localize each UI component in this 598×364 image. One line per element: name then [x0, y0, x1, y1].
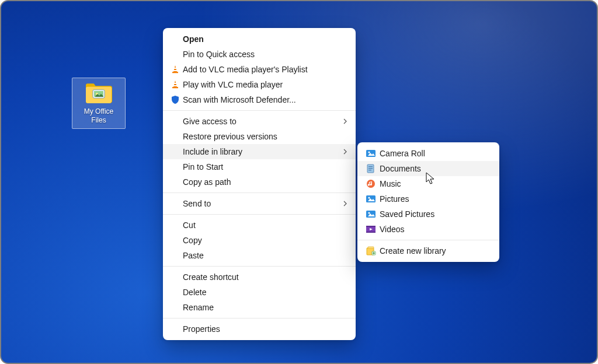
menu-separator — [163, 318, 356, 318]
menu-item-label: Add to VLC media player's Playlist — [182, 65, 347, 74]
menu-separator — [163, 266, 356, 267]
menu-item-label: Delete — [182, 288, 347, 297]
svg-rect-4 — [173, 70, 177, 71]
videos-library-icon — [363, 224, 378, 235]
menu-item-label: Include in library — [182, 147, 339, 156]
menu-item-pin-quick-access[interactable]: Pin to Quick access — [163, 47, 356, 62]
submenu-item-create-new-library[interactable]: Create new library — [357, 243, 499, 258]
submenu-item-label: Saved Pictures — [378, 209, 490, 219]
menu-item-label: Scan with Microsoft Defender... — [182, 95, 347, 104]
submenu-item-music[interactable]: Music — [357, 176, 499, 191]
menu-item-label: Pin to Quick access — [182, 50, 347, 59]
pictures-library-icon — [363, 148, 378, 159]
svg-rect-5 — [172, 72, 178, 73]
svg-point-22 — [368, 212, 370, 214]
submenu-item-videos[interactable]: Videos — [357, 222, 499, 237]
pictures-library-icon — [363, 209, 378, 219]
music-library-icon — [363, 178, 378, 189]
svg-rect-15 — [368, 170, 371, 170]
menu-item-cut[interactable]: Cut — [163, 218, 356, 233]
submenu-item-camera-roll[interactable]: Camera Roll — [357, 146, 499, 161]
menu-item-properties[interactable]: Properties — [163, 321, 356, 337]
menu-item-label: Cut — [182, 220, 347, 230]
menu-item-label: Play with VLC media player — [182, 80, 347, 89]
desktop-icon-my-office-files[interactable]: My Office Files — [71, 78, 126, 129]
pictures-library-icon — [363, 194, 378, 204]
shield-icon — [169, 95, 182, 104]
menu-item-vlc-add-playlist[interactable]: Add to VLC media player's Playlist — [163, 62, 356, 77]
menu-item-copy[interactable]: Copy — [163, 233, 356, 248]
submenu-item-label: Videos — [378, 225, 490, 234]
submenu-item-label: Create new library — [378, 246, 490, 256]
menu-separator — [163, 192, 356, 193]
svg-rect-28 — [368, 247, 374, 249]
menu-item-label: Copy — [182, 236, 347, 245]
menu-item-label: Create shortcut — [182, 272, 347, 282]
submenu-item-label: Music — [378, 179, 490, 188]
menu-item-label: Restore previous versions — [182, 132, 347, 141]
desktop-icon-label: My Office Files — [75, 107, 123, 125]
menu-item-pin-to-start[interactable]: Pin to Start — [163, 159, 356, 174]
new-library-icon — [363, 246, 378, 256]
menu-item-delete[interactable]: Delete — [163, 285, 356, 300]
menu-item-defender-scan[interactable]: Scan with Microsoft Defender... — [163, 92, 356, 107]
menu-separator — [163, 214, 356, 215]
svg-rect-14 — [368, 168, 373, 169]
menu-item-rename[interactable]: Rename — [163, 300, 356, 315]
menu-item-paste[interactable]: Paste — [163, 248, 356, 263]
context-menu: Open Pin to Quick access Add to VLC medi… — [163, 28, 356, 340]
menu-item-label: Properties — [182, 324, 347, 334]
submenu-item-label: Camera Roll — [378, 149, 490, 158]
svg-rect-6 — [173, 83, 177, 84]
menu-separator — [357, 240, 499, 240]
menu-item-label: Open — [182, 34, 347, 44]
submenu-arrow-icon — [339, 201, 347, 206]
vlc-cone-icon — [169, 65, 182, 74]
svg-point-19 — [368, 197, 370, 199]
menu-item-label: Give access to — [182, 117, 339, 126]
submenu-arrow-icon — [339, 118, 347, 124]
menu-item-label: Pin to Start — [182, 162, 347, 172]
svg-rect-13 — [368, 166, 373, 167]
desktop-background: My Office Files Open Pin to Quick access… — [0, 0, 598, 364]
svg-rect-25 — [366, 232, 376, 233]
menu-item-label: Send to — [182, 199, 339, 208]
svg-point-11 — [368, 152, 370, 153]
menu-item-label: Paste — [182, 251, 347, 260]
submenu-item-documents[interactable]: Documents — [357, 161, 499, 176]
svg-rect-24 — [366, 226, 376, 227]
svg-rect-7 — [173, 85, 177, 86]
menu-item-open[interactable]: Open — [163, 32, 356, 47]
submenu-item-saved-pictures[interactable]: Saved Pictures — [357, 206, 499, 222]
svg-rect-8 — [172, 87, 178, 88]
include-in-library-submenu: Camera Roll Documents Music — [357, 142, 499, 262]
menu-item-restore-previous-versions[interactable]: Restore previous versions — [163, 129, 356, 144]
menu-item-copy-as-path[interactable]: Copy as path — [163, 174, 356, 190]
documents-library-icon — [363, 163, 378, 174]
submenu-item-pictures[interactable]: Pictures — [357, 191, 499, 206]
svg-rect-3 — [173, 68, 177, 69]
menu-item-give-access-to[interactable]: Give access to — [163, 114, 356, 129]
menu-item-label: Copy as path — [182, 177, 347, 187]
vlc-cone-icon — [169, 80, 182, 89]
submenu-arrow-icon — [339, 149, 347, 155]
folder-icon — [85, 82, 113, 105]
menu-item-create-shortcut[interactable]: Create shortcut — [163, 270, 356, 285]
menu-item-send-to[interactable]: Send to — [163, 196, 356, 211]
menu-separator — [163, 110, 356, 111]
menu-item-include-in-library[interactable]: Include in library — [163, 144, 356, 159]
submenu-item-label: Documents — [378, 164, 490, 173]
submenu-item-label: Pictures — [378, 194, 490, 204]
menu-item-vlc-play[interactable]: Play with VLC media player — [163, 77, 356, 92]
menu-item-label: Rename — [182, 303, 347, 312]
